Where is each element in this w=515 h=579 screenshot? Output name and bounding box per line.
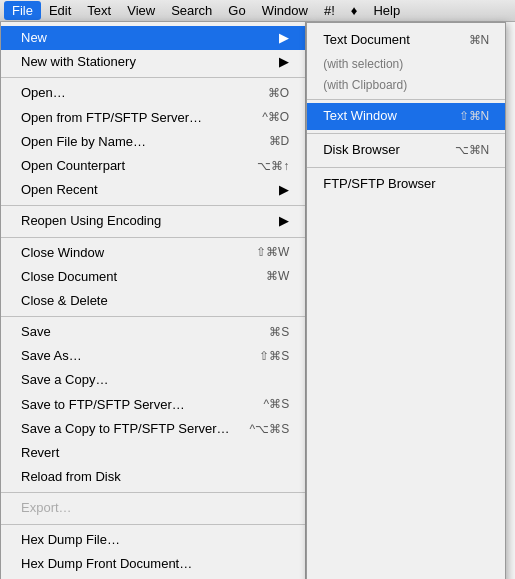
menu-diamond[interactable]: ♦ [343, 1, 366, 20]
submenu-separator [307, 99, 505, 100]
submenu-item-shortcut: ⌥⌘N [455, 141, 490, 160]
submenu-item-ftp-browser[interactable]: FTP/SFTP Browser [307, 171, 505, 198]
menu-item-label: Close Document [21, 268, 117, 286]
menu-item-shortcut: ⇧⌘W [256, 244, 289, 261]
menu-item-close-window[interactable]: Close Window ⇧⌘W [1, 241, 305, 265]
menu-item-shortcut: ^⌘S [264, 396, 290, 413]
menu-separator [1, 524, 305, 525]
menu-item-label: Hex Dump Front Document… [21, 555, 192, 573]
menu-item-arrow: ▶ [279, 181, 289, 199]
menu-item-shortcut: ^⌥⌘S [250, 421, 290, 438]
menu-item-open-recent[interactable]: Open Recent ▶ [1, 178, 305, 202]
submenu-item-label: Text Document [323, 30, 410, 51]
menu-item-label: Save a Copy to FTP/SFTP Server… [21, 420, 230, 438]
menu-item-open[interactable]: Open… ⌘O [1, 81, 305, 105]
menu-separator [1, 77, 305, 78]
menu-item-reopen-encoding[interactable]: Reopen Using Encoding ▶ [1, 209, 305, 233]
menu-item-shortcut: ⌥⌘↑ [257, 158, 289, 175]
menu-search[interactable]: Search [163, 1, 220, 20]
menu-item-shortcut: ⇧⌘S [259, 348, 289, 365]
menu-item-label: Close Window [21, 244, 104, 262]
menu-item-label: Close & Delete [21, 292, 108, 310]
menu-item-hex-dump-front[interactable]: Hex Dump Front Document… [1, 552, 305, 576]
menu-text[interactable]: Text [79, 1, 119, 20]
menu-item-label: New [21, 29, 47, 47]
menu-item-arrow: ▶ [279, 29, 289, 47]
menu-item-save-copy[interactable]: Save a Copy… [1, 368, 305, 392]
menu-item-shortcut: ⌘W [266, 268, 289, 285]
submenu-item-label: (with Clipboard) [323, 76, 407, 95]
menu-edit[interactable]: Edit [41, 1, 79, 20]
submenu-item-with-clipboard: (with Clipboard) [307, 75, 505, 96]
menu-file[interactable]: File [4, 1, 41, 20]
menu-item-shortcut: ⌘S [269, 324, 289, 341]
menu-item-label: Save [21, 323, 51, 341]
menu-item-new-stationery[interactable]: New with Stationery ▶ [1, 50, 305, 74]
menu-item-shortcut: ⌘O [268, 85, 289, 102]
menu-item-label: Hex Dump File… [21, 531, 120, 549]
menu-help[interactable]: Help [365, 1, 408, 20]
menu-item-open-counterpart[interactable]: Open Counterpart ⌥⌘↑ [1, 154, 305, 178]
menu-item-label: Open Recent [21, 181, 98, 199]
menu-item-close-document[interactable]: Close Document ⌘W [1, 265, 305, 289]
menu-item-open-ftp[interactable]: Open from FTP/SFTP Server… ^⌘O [1, 106, 305, 130]
menu-item-revert[interactable]: Revert [1, 441, 305, 465]
submenu-separator [307, 133, 505, 134]
menu-item-save[interactable]: Save ⌘S [1, 320, 305, 344]
submenu-item-with-selection: (with selection) [307, 54, 505, 75]
menu-window[interactable]: Window [254, 1, 316, 20]
menu-item-label: Save As… [21, 347, 82, 365]
menu-item-label: Open File by Name… [21, 133, 146, 151]
menu-item-label: Reopen Using Encoding [21, 212, 161, 230]
menu-item-shortcut: ⌘D [269, 133, 290, 150]
menu-go[interactable]: Go [220, 1, 253, 20]
menu-item-shortcut: ^⌘O [262, 109, 289, 126]
menu-item-close-delete[interactable]: Close & Delete [1, 289, 305, 313]
menu-item-save-as[interactable]: Save As… ⇧⌘S [1, 344, 305, 368]
menubar: File Edit Text View Search Go Window #! … [0, 0, 515, 22]
submenu-item-text-window[interactable]: Text Window ⇧⌘N [307, 103, 505, 130]
submenu-separator [307, 167, 505, 168]
menu-item-label: Save a Copy… [21, 371, 108, 389]
menu-view[interactable]: View [119, 1, 163, 20]
submenu-item-label: Text Window [323, 106, 397, 127]
submenu-item-shortcut: ⌘N [469, 31, 490, 50]
dropdown-container: New ▶ New with Stationery ▶ Open… ⌘O Ope… [0, 22, 506, 579]
menu-item-label: Reload from Disk [21, 468, 121, 486]
menu-item-label: New with Stationery [21, 53, 136, 71]
menu-separator [1, 237, 305, 238]
new-submenu-dropdown: Text Document ⌘N (with selection) (with … [306, 22, 506, 579]
menu-item-save-ftp[interactable]: Save to FTP/SFTP Server… ^⌘S [1, 393, 305, 417]
menu-item-export[interactable]: Export… [1, 496, 305, 520]
menu-item-reload[interactable]: Reload from Disk [1, 465, 305, 489]
menu-item-label: Save to FTP/SFTP Server… [21, 396, 185, 414]
submenu-item-text-document[interactable]: Text Document ⌘N [307, 27, 505, 54]
menu-separator [1, 316, 305, 317]
menu-item-arrow: ▶ [279, 212, 289, 230]
menu-item-label: Export… [21, 499, 72, 517]
menu-item-save-copy-ftp[interactable]: Save a Copy to FTP/SFTP Server… ^⌥⌘S [1, 417, 305, 441]
menu-item-label: Revert [21, 444, 59, 462]
menu-item-label: Open from FTP/SFTP Server… [21, 109, 202, 127]
submenu-item-label: (with selection) [323, 55, 403, 74]
menu-item-label: Open Counterpart [21, 157, 125, 175]
menu-item-new[interactable]: New ▶ [1, 26, 305, 50]
menu-separator [1, 492, 305, 493]
menu-separator [1, 205, 305, 206]
menu-item-hex-dump-file[interactable]: Hex Dump File… [1, 528, 305, 552]
submenu-item-label: Disk Browser [323, 140, 400, 161]
menu-item-arrow: ▶ [279, 53, 289, 71]
submenu-item-shortcut: ⇧⌘N [459, 107, 490, 126]
menu-item-open-by-name[interactable]: Open File by Name… ⌘D [1, 130, 305, 154]
file-menu-dropdown: New ▶ New with Stationery ▶ Open… ⌘O Ope… [0, 22, 306, 579]
submenu-item-label: FTP/SFTP Browser [323, 174, 435, 195]
menu-item-label: Open… [21, 84, 66, 102]
submenu-item-disk-browser[interactable]: Disk Browser ⌥⌘N [307, 137, 505, 164]
menu-hashbang[interactable]: #! [316, 1, 343, 20]
